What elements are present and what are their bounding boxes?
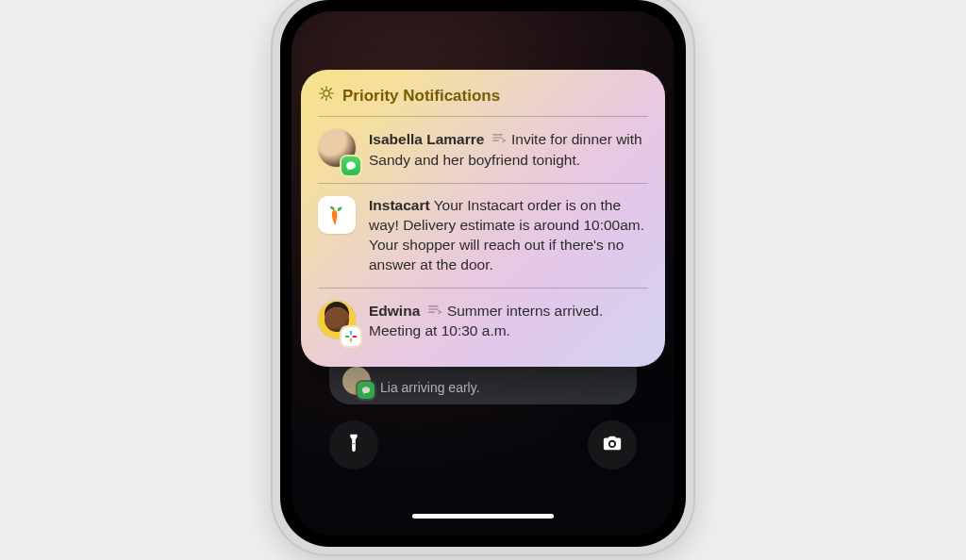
messages-icon [341, 156, 360, 175]
svg-rect-2 [345, 336, 350, 338]
svg-rect-3 [350, 338, 352, 343]
svg-rect-1 [350, 331, 352, 336]
summary-icon [428, 301, 441, 321]
background-notification-body: Lia arriving early. [380, 380, 480, 395]
lock-screen[interactable]: Lia arriving early. Priority Notificatio… [291, 11, 675, 535]
notification-sender: Edwina [369, 302, 420, 318]
flashlight-icon [343, 433, 364, 457]
priority-notifications-card[interactable]: Priority Notifications Isabella Lamarre [301, 70, 665, 367]
slack-icon [341, 327, 360, 346]
notification-item[interactable]: Instacart Your Instacart order is on the… [318, 183, 648, 288]
svg-point-0 [324, 91, 329, 96]
phone-bezel: Lia arriving early. Priority Notificatio… [280, 0, 686, 547]
notification-item[interactable]: Edwina Summer interns arrived. Meeting a… [318, 288, 648, 354]
messages-icon [358, 382, 375, 399]
home-indicator[interactable] [412, 514, 554, 519]
avatar [342, 367, 371, 395]
camera-icon [602, 433, 623, 457]
instacart-app-icon [318, 196, 356, 234]
svg-rect-4 [352, 336, 357, 338]
camera-button[interactable] [588, 420, 637, 469]
priority-header: Priority Notifications [318, 85, 648, 116]
notification-sender: Isabella Lamarre [369, 131, 484, 147]
priority-title: Priority Notifications [342, 87, 500, 106]
priority-icon [318, 85, 335, 107]
priority-list: Isabella Lamarre Invite for dinner with … [318, 116, 648, 354]
phone-frame: Lia arriving early. Priority Notificatio… [271, 0, 695, 556]
notification-item[interactable]: Isabella Lamarre Invite for dinner with … [318, 116, 648, 183]
flashlight-button[interactable] [329, 420, 378, 469]
summary-icon [492, 129, 506, 149]
notification-sender: Instacart [369, 197, 430, 213]
